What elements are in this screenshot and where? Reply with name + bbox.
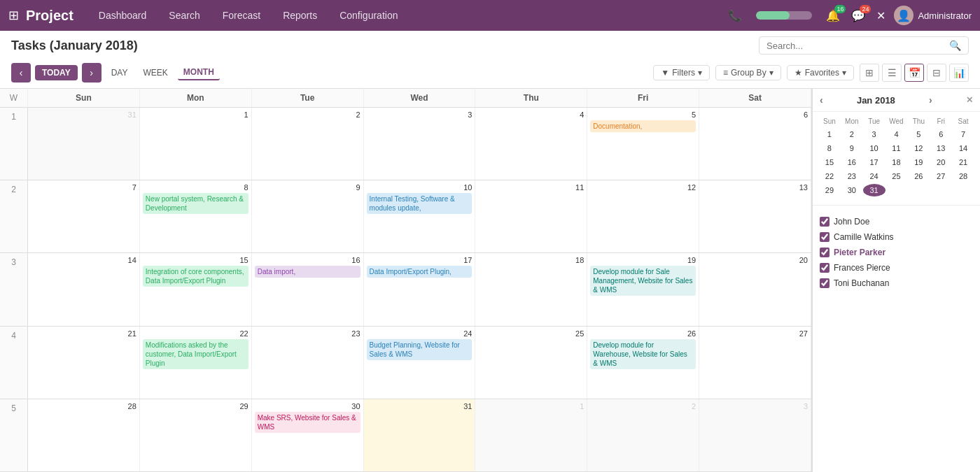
mini-day[interactable]: 11 — [886, 142, 908, 155]
mini-day[interactable]: 3 — [863, 128, 886, 141]
nav-dashboard[interactable]: Dashboard — [88, 0, 158, 31]
cal-cell[interactable]: 23 — [252, 327, 364, 399]
cal-cell[interactable]: 17Data Import/Export Plugin, — [364, 253, 476, 325]
table-view-button[interactable]: ⊟ — [927, 64, 946, 82]
mini-day[interactable]: 26 — [907, 170, 930, 183]
cal-event[interactable]: Budget Planning, Website for Sales & WMS — [367, 339, 472, 360]
mini-day[interactable]: 13 — [930, 142, 952, 155]
cal-cell[interactable]: 21 — [28, 327, 140, 399]
nav-reports[interactable]: Reports — [272, 0, 328, 31]
cal-cell[interactable]: 3 — [364, 108, 476, 180]
cal-cell[interactable]: 31 — [28, 108, 140, 180]
cal-event[interactable]: Integration of core components, Data Imp… — [143, 266, 248, 287]
cal-event[interactable]: Documentation, — [590, 120, 696, 132]
mini-day[interactable]: 20 — [930, 156, 952, 169]
cal-cell[interactable]: 22Modifications asked by the customer, D… — [140, 327, 252, 399]
cal-event[interactable]: Internal Testing, Software & modules upd… — [367, 193, 472, 214]
mini-day[interactable]: 2 — [841, 128, 863, 141]
mini-day[interactable]: 18 — [886, 156, 908, 169]
cal-cell[interactable]: 20 — [699, 253, 811, 325]
week-view-button[interactable]: WEEK — [137, 66, 173, 80]
attendee-checkbox[interactable] — [820, 217, 830, 227]
mini-day[interactable]: 31 — [863, 184, 886, 196]
cal-event[interactable]: Make SRS, Website for Sales & WMS — [255, 412, 360, 433]
cal-cell[interactable]: 29 — [140, 399, 252, 471]
cal-cell[interactable]: 7 — [28, 180, 140, 252]
mini-day[interactable]: 30 — [841, 184, 863, 196]
phone-icon[interactable]: 📞 — [725, 6, 745, 25]
list-view-button[interactable]: ☰ — [882, 64, 902, 82]
nav-configuration[interactable]: Configuration — [328, 0, 409, 31]
cal-event[interactable]: Data Import/Export Plugin, — [367, 266, 472, 278]
mini-day[interactable]: 24 — [863, 170, 886, 183]
attendee-checkbox[interactable] — [820, 278, 830, 288]
mini-day[interactable]: 4 — [886, 128, 908, 141]
mini-day[interactable]: 27 — [930, 170, 952, 183]
mini-day[interactable]: 17 — [863, 156, 886, 169]
mini-close-button[interactable]: ✕ — [966, 95, 973, 105]
mini-day[interactable]: 15 — [818, 156, 841, 169]
mini-day[interactable]: 7 — [952, 128, 974, 141]
attendee-checkbox[interactable] — [820, 248, 830, 257]
cal-event[interactable]: New portal system, Research & Developmen… — [143, 193, 248, 214]
cal-cell[interactable]: 19Develop module for Sale Management, We… — [587, 253, 699, 325]
mini-day[interactable]: 29 — [818, 184, 841, 196]
app-grid-icon[interactable]: ⊞ — [8, 8, 19, 23]
prev-button[interactable]: ‹ — [11, 63, 31, 83]
month-view-button[interactable]: MONTH — [178, 65, 220, 80]
cal-cell[interactable]: 6 — [699, 108, 811, 180]
cal-cell[interactable]: 13 — [699, 180, 811, 252]
cal-cell[interactable]: 2 — [252, 108, 364, 180]
attendee-checkbox[interactable] — [820, 232, 830, 242]
search-box[interactable]: 🔍 — [759, 36, 969, 55]
cal-event[interactable]: Modifications asked by the customer, Dat… — [143, 339, 248, 369]
notification-icon-1[interactable]: 🔔 16 — [823, 6, 843, 25]
mini-day[interactable] — [907, 184, 930, 196]
mini-day[interactable]: 19 — [907, 156, 930, 169]
nav-search[interactable]: Search — [158, 0, 211, 31]
today-button[interactable]: TODAY — [35, 65, 78, 80]
cal-cell[interactable]: 26Develop module for Warehouse, Website … — [587, 327, 699, 399]
cal-cell[interactable]: 14 — [28, 253, 140, 325]
mini-day[interactable]: 5 — [907, 128, 930, 141]
mini-day[interactable]: 9 — [841, 142, 863, 155]
cal-cell[interactable]: 16Data import, — [252, 253, 364, 325]
mini-day[interactable] — [952, 184, 974, 196]
mini-day[interactable]: 12 — [907, 142, 930, 155]
mini-day[interactable]: 25 — [886, 170, 908, 183]
mini-day[interactable]: 22 — [818, 170, 841, 183]
grid-view-button[interactable]: ⊞ — [860, 64, 879, 82]
cal-event[interactable]: Develop module for Warehouse, Website fo… — [590, 339, 696, 369]
cal-cell[interactable]: 8New portal system, Research & Developme… — [140, 180, 252, 252]
favorites-button[interactable]: ★ Favorites ▾ — [787, 65, 854, 80]
cal-cell[interactable]: 25 — [475, 327, 587, 399]
cal-cell[interactable]: 5Documentation, — [587, 108, 699, 180]
mini-next-button[interactable]: › — [929, 94, 932, 106]
filters-button[interactable]: ▼ Filters ▾ — [653, 65, 710, 80]
group-by-button[interactable]: ≡ Group By ▾ — [715, 65, 781, 80]
cal-cell[interactable]: 1 — [475, 399, 587, 471]
cal-cell[interactable]: 28 — [28, 399, 140, 471]
attendee-checkbox[interactable] — [820, 263, 830, 273]
mini-day[interactable]: 23 — [841, 170, 863, 183]
mini-day[interactable]: 28 — [952, 170, 974, 183]
cal-cell[interactable]: 11 — [475, 180, 587, 252]
mini-day[interactable]: 21 — [952, 156, 974, 169]
day-view-button[interactable]: DAY — [106, 66, 134, 80]
cal-cell[interactable]: 31 — [364, 399, 476, 471]
mini-day[interactable]: 8 — [818, 142, 841, 155]
mini-day[interactable]: 6 — [930, 128, 952, 141]
mini-day[interactable]: 1 — [818, 128, 841, 141]
cal-cell[interactable]: 10Internal Testing, Software & modules u… — [364, 180, 476, 252]
cal-cell[interactable]: 15Integration of core components, Data I… — [140, 253, 252, 325]
cal-cell[interactable]: 27 — [699, 327, 811, 399]
cal-cell[interactable]: 1 — [140, 108, 252, 180]
nav-forecast[interactable]: Forecast — [211, 0, 272, 31]
next-button[interactable]: › — [82, 63, 102, 83]
search-input[interactable] — [766, 41, 949, 51]
cal-cell[interactable]: 4 — [475, 108, 587, 180]
cal-cell[interactable]: 24Budget Planning, Website for Sales & W… — [364, 327, 476, 399]
cal-event[interactable]: Develop module for Sale Management, Webs… — [590, 266, 696, 296]
mini-day[interactable] — [930, 184, 952, 196]
mini-day[interactable]: 16 — [841, 156, 863, 169]
